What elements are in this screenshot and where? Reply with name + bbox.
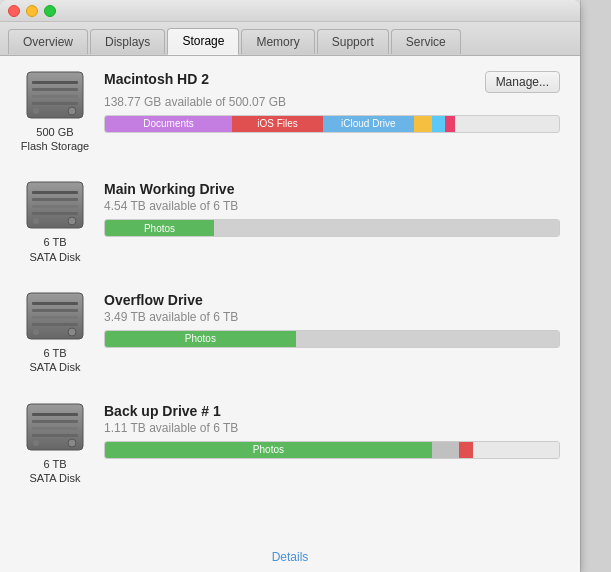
drive-name-0: Macintosh HD 2: [104, 71, 209, 87]
bar-segment-0-0: Documents: [105, 116, 232, 132]
drive-icon-3: [26, 403, 84, 455]
svg-rect-1: [32, 81, 78, 84]
drive-item-0: 500 GB Flash StorageMacintosh HD 2Manage…: [20, 71, 560, 154]
svg-rect-22: [32, 413, 78, 416]
storage-bar-1: Photos: [104, 219, 560, 237]
drive-name-3: Back up Drive # 1: [104, 403, 221, 419]
svg-point-27: [33, 440, 39, 446]
svg-rect-11: [32, 212, 78, 215]
bar-segment-0-5: [445, 116, 454, 132]
bar-segment-0-4: [432, 116, 446, 132]
drive-icon-1: [26, 181, 84, 233]
details-link[interactable]: Details: [272, 550, 309, 564]
drive-available-3: 1.11 TB available of 6 TB: [104, 421, 560, 435]
drive-available-0: 138.77 GB available of 500.07 GB: [104, 95, 560, 109]
drive-name-1: Main Working Drive: [104, 181, 234, 197]
drive-item-1: 6 TB SATA DiskMain Working Drive4.54 TB …: [20, 181, 560, 264]
storage-bar-2: Photos: [104, 330, 560, 348]
drive-item-3: 6 TB SATA DiskBack up Drive # 11.11 TB a…: [20, 403, 560, 486]
bar-segment-3-2: [459, 442, 473, 458]
bar-segment-0-3: [414, 116, 432, 132]
svg-rect-3: [32, 95, 78, 98]
traffic-lights: [8, 5, 56, 17]
drive-icon-area-2: 6 TB SATA Disk: [20, 292, 90, 375]
bar-segment-2-0: Photos: [105, 331, 296, 347]
storage-bar-0: DocumentsiOS FilesiCloud Drive: [104, 115, 560, 133]
svg-point-26: [68, 439, 76, 447]
svg-point-19: [68, 328, 76, 336]
tab-overview[interactable]: Overview: [8, 29, 88, 55]
drive-details-0: Macintosh HD 2Manage...138.77 GB availab…: [104, 71, 560, 133]
svg-rect-24: [32, 427, 78, 430]
drive-capacity-label-1: 6 TB SATA Disk: [30, 235, 81, 264]
drive-details-1: Main Working Drive4.54 TB available of 6…: [104, 181, 560, 237]
drive-icon-area-0: 500 GB Flash Storage: [20, 71, 90, 154]
right-panel: [580, 0, 611, 572]
tab-displays[interactable]: Displays: [90, 29, 165, 55]
bar-segment-1-0: Photos: [105, 220, 214, 236]
tab-memory[interactable]: Memory: [241, 29, 314, 55]
bar-segment-0-2: iCloud Drive: [323, 116, 414, 132]
drive-capacity-label-2: 6 TB SATA Disk: [30, 346, 81, 375]
svg-rect-10: [32, 205, 78, 208]
content-area: 500 GB Flash StorageMacintosh HD 2Manage…: [0, 56, 580, 572]
drive-capacity-label-3: 6 TB SATA Disk: [30, 457, 81, 486]
drive-available-1: 4.54 TB available of 6 TB: [104, 199, 560, 213]
drive-capacity-label-0: 500 GB Flash Storage: [21, 125, 89, 154]
svg-point-20: [33, 329, 39, 335]
drive-icon-area-3: 6 TB SATA Disk: [20, 403, 90, 486]
minimize-button[interactable]: [26, 5, 38, 17]
tab-bar: OverviewDisplaysStorageMemorySupportServ…: [0, 22, 580, 56]
svg-rect-8: [32, 191, 78, 194]
drive-icon-area-1: 6 TB SATA Disk: [20, 181, 90, 264]
storage-bar-3: Photos: [104, 441, 560, 459]
tab-storage[interactable]: Storage: [167, 28, 239, 55]
svg-point-13: [33, 218, 39, 224]
tab-service[interactable]: Service: [391, 29, 461, 55]
svg-rect-23: [32, 420, 78, 423]
drive-icon-2: [26, 292, 84, 344]
bar-segment-3-0: Photos: [105, 442, 432, 458]
tab-support[interactable]: Support: [317, 29, 389, 55]
drive-name-2: Overflow Drive: [104, 292, 203, 308]
bar-segment-1-1: [214, 220, 559, 236]
titlebar: [0, 0, 580, 22]
drive-available-2: 3.49 TB available of 6 TB: [104, 310, 560, 324]
svg-point-12: [68, 217, 76, 225]
svg-rect-18: [32, 323, 78, 326]
svg-rect-2: [32, 88, 78, 91]
drive-details-3: Back up Drive # 11.11 TB available of 6 …: [104, 403, 560, 459]
svg-rect-9: [32, 198, 78, 201]
drive-icon-0: [26, 71, 84, 123]
bar-segment-0-1: iOS Files: [232, 116, 323, 132]
close-button[interactable]: [8, 5, 20, 17]
drive-details-2: Overflow Drive3.49 TB available of 6 TBP…: [104, 292, 560, 348]
svg-rect-16: [32, 309, 78, 312]
drive-item-2: 6 TB SATA DiskOverflow Drive3.49 TB avai…: [20, 292, 560, 375]
svg-rect-4: [32, 102, 78, 105]
bar-segment-3-3: [473, 442, 559, 458]
svg-rect-25: [32, 434, 78, 437]
bar-segment-3-1: [432, 442, 459, 458]
maximize-button[interactable]: [44, 5, 56, 17]
bar-segment-2-1: [296, 331, 559, 347]
svg-rect-17: [32, 316, 78, 319]
svg-point-6: [33, 108, 39, 114]
svg-rect-15: [32, 302, 78, 305]
main-window: OverviewDisplaysStorageMemorySupportServ…: [0, 0, 580, 572]
svg-point-5: [68, 107, 76, 115]
manage-button-0[interactable]: Manage...: [485, 71, 560, 93]
